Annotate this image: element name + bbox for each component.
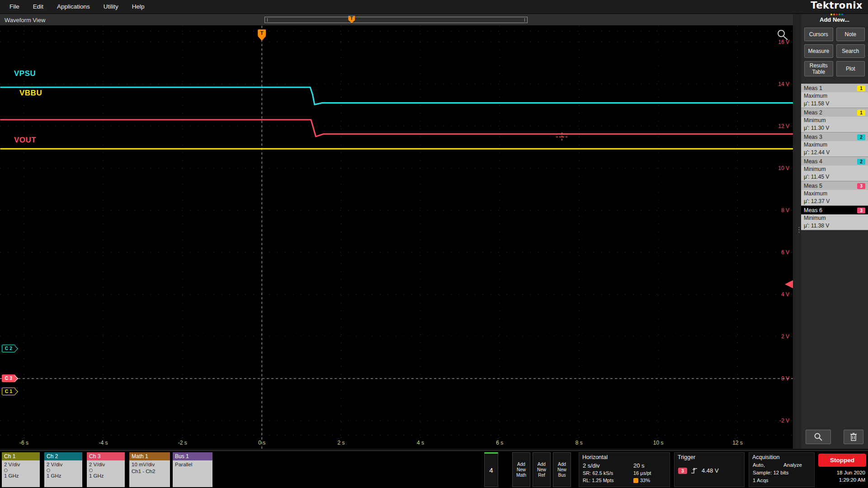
measurement-name: Meas 4 <box>804 158 822 165</box>
channel-settings: 2 V/div1 GHz <box>2 460 40 487</box>
y-axis-label: 4 V <box>781 291 789 298</box>
trace-label-vbbu: VBBU <box>19 89 42 98</box>
waveform-canvas[interactable]: -6 s-4 s-2 s0 s2 s4 s6 s8 s10 s12 s16 V1… <box>0 26 793 449</box>
panel-resize-handle[interactable]: ⋮ <box>793 14 801 449</box>
channel-flag-c-3[interactable]: C 3 <box>2 374 15 382</box>
datetime: 18 Jun 2020 1:29:20 AM <box>837 469 865 483</box>
sidebar-button-search[interactable]: Search <box>836 44 865 58</box>
button-add-new-bus[interactable]: Add New Bus <box>553 452 571 487</box>
measurement-header: Meas 21 <box>801 108 868 117</box>
zoom-results-button[interactable] <box>806 430 831 444</box>
trigger-marker[interactable]: T <box>258 29 266 41</box>
sidebar-button-cursors[interactable]: Cursors <box>804 28 833 41</box>
measurement-header: Meas 53 <box>801 181 868 190</box>
channel-badge-bus-1[interactable]: Bus 1Parallel <box>173 452 212 487</box>
results-sidebar: Add New... CursorsNoteMeasureSearchResul… <box>801 14 868 449</box>
measurement-meas-2[interactable]: Meas 21Minimumμ': 11.30 V <box>801 108 868 133</box>
run-stop-status-button[interactable]: Stopped <box>818 454 866 467</box>
sidebar-button-results-table[interactable]: Results Table <box>804 61 833 76</box>
channel-name: Ch 3 <box>87 452 125 460</box>
measurement-meas-4[interactable]: Meas 42Minimumμ': 11.45 V <box>801 157 868 181</box>
sidebar-buttons: CursorsNoteMeasureSearchResults TablePlo… <box>801 23 868 76</box>
button-add-new-math[interactable]: Add New Math <box>512 452 530 487</box>
channel-badge-math-1[interactable]: Math 110 mV/divCh1 - Ch2 <box>129 452 170 487</box>
channel-flag-c-2[interactable]: C 2 <box>2 345 15 352</box>
rising-edge-icon <box>691 467 698 474</box>
channel-name: Ch 2 <box>44 452 82 460</box>
measurement-name: Meas 6 <box>804 207 822 213</box>
measurement-meas-5[interactable]: Meas 53Maximumμ': 12.37 V <box>801 181 868 206</box>
trigger-title: Trigger <box>675 453 744 461</box>
trigger-source-badge: 3 <box>678 468 687 474</box>
waveform-view-title: Waveform View <box>5 17 45 24</box>
measurement-name: Meas 2 <box>804 109 822 116</box>
measurement-meas-6[interactable]: Meas 63Minimumμ': 11.38 V <box>801 206 868 230</box>
sidebar-button-measure[interactable]: Measure <box>804 44 833 58</box>
trigger-level-arrow[interactable] <box>785 280 793 289</box>
menu-item-applications[interactable]: Applications <box>50 1 97 12</box>
source-channel-badge: 2 <box>857 134 865 140</box>
menu-item-help[interactable]: Help <box>125 1 151 12</box>
acquisition-panel[interactable]: Acquisition Auto, Analyze Sample: 12 bit… <box>749 452 815 487</box>
menu-item-edit[interactable]: Edit <box>26 1 50 12</box>
sidebar-button-note[interactable]: Note <box>836 28 865 41</box>
x-axis-label: 2 s <box>338 440 345 446</box>
channel-name: Ch 1 <box>2 452 40 460</box>
measurement-type: Maximum <box>801 190 868 198</box>
measurement-meas-1[interactable]: Meas 11Maximumμ': 11.58 V <box>801 84 868 108</box>
trigger-panel[interactable]: Trigger 3 4.48 V <box>674 452 745 487</box>
measurement-header: Meas 11 <box>801 84 868 92</box>
sample-rate: SR: 62.5 kS/s <box>583 469 613 477</box>
menu-item-utility[interactable]: Utility <box>97 1 125 12</box>
measurement-value: μ': 12.37 V <box>801 198 868 205</box>
trash-icon <box>850 432 857 441</box>
tektronix-logo: Tektronix <box>811 0 863 17</box>
source-channel-badge: 1 <box>857 85 865 91</box>
channel-scale: 2 V/div <box>47 461 80 468</box>
measurement-type: Minimum <box>801 214 868 222</box>
button-add-new-ref[interactable]: Add New Ref <box>533 452 551 487</box>
x-axis-label: -2 s <box>178 440 187 446</box>
horizontal-panel[interactable]: Horizontal 2 s/div SR: 62.5 kS/s RL: 1.2… <box>579 452 670 487</box>
channel-settings: 2 V/div1 GHz <box>87 460 125 487</box>
time-resolution: 16 μs/pt <box>633 469 651 477</box>
pan-trigger-marker[interactable]: T <box>348 16 355 23</box>
source-channel-badge: 3 <box>857 183 865 189</box>
measurement-list: Meas 11Maximumμ': 11.58 VMeas 21Minimumμ… <box>801 84 868 230</box>
trigger-settings-row: 3 4.48 V <box>678 467 719 474</box>
measurement-type: Minimum <box>801 117 868 124</box>
trigger-position-percent: 33% <box>640 478 650 483</box>
trash-button[interactable] <box>844 430 863 444</box>
channel-flag-c-1[interactable]: C 1 <box>2 388 15 395</box>
acquisition-analyze: Analyze <box>783 462 802 468</box>
menubar: FileEditApplicationsUtilityHelp Tektroni… <box>0 0 868 13</box>
channel-bandwidth: 1 GHz <box>47 473 80 479</box>
waveform-display[interactable]: -6 s-4 s-2 s0 s2 s4 s6 s8 s10 s12 s16 V1… <box>0 26 793 449</box>
logo-dot <box>836 14 838 15</box>
measurement-type: Minimum <box>801 166 868 173</box>
channel-badge-ch-2[interactable]: Ch 22 V/div1 GHz <box>44 452 82 487</box>
measurement-meas-3[interactable]: Meas 32Maximumμ': 12.44 V <box>801 133 868 157</box>
x-axis-label: -4 s <box>99 440 108 446</box>
trace-vpsu[interactable] <box>0 87 793 104</box>
channel-badge-ch-1[interactable]: Ch 12 V/div1 GHz <box>2 452 40 487</box>
channel-name: Bus 1 <box>173 452 212 460</box>
y-axis-label: 14 V <box>778 81 789 87</box>
source-channel-badge: 1 <box>857 110 865 116</box>
measurement-header: Meas 32 <box>801 133 868 141</box>
channel-bandwidth: 1 GHz <box>89 473 123 479</box>
channel-name: Math 1 <box>129 452 170 460</box>
x-axis-label: 8 s <box>576 440 583 446</box>
record-pan-slider[interactable]: T <box>264 17 528 23</box>
badge-scroll-button[interactable]: 4 <box>484 452 498 487</box>
sidebar-button-plot[interactable]: Plot <box>836 61 865 76</box>
logo-dot <box>833 14 835 15</box>
channel-detail: Parallel <box>175 461 210 468</box>
menu-item-file[interactable]: File <box>3 1 26 12</box>
channel-badge-ch-3[interactable]: Ch 32 V/div1 GHz <box>87 452 125 487</box>
probe-icon <box>47 469 50 472</box>
sidebar-bottom-tools <box>801 430 868 444</box>
source-channel-badge: 3 <box>857 208 865 213</box>
trace-vout[interactable] <box>0 120 793 137</box>
acquisition-title: Acquisition <box>749 453 814 461</box>
